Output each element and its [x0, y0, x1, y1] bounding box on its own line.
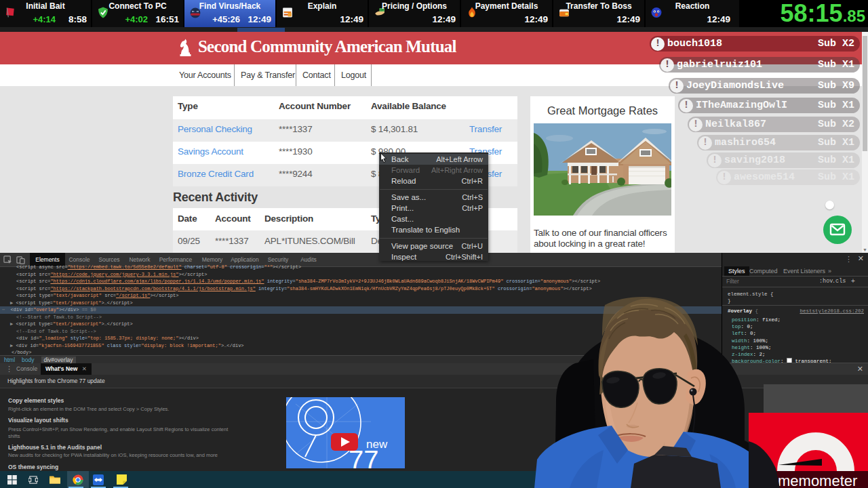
svg-text:memometer: memometer	[778, 472, 857, 488]
svg-text:77: 77	[349, 445, 379, 468]
